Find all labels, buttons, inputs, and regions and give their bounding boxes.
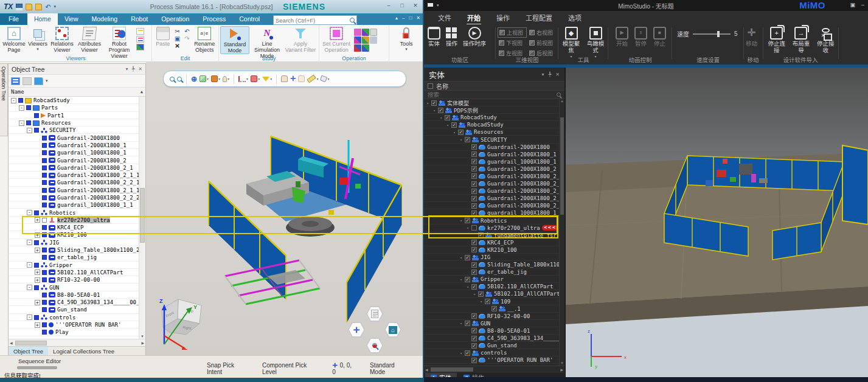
scrollbar-thumb[interactable]: [560, 117, 564, 215]
object-tree-row[interactable]: +5B102.110_AllCATPart: [9, 269, 139, 276]
node-label[interactable]: Parts: [41, 105, 58, 111]
node-label[interactable]: Part1: [47, 113, 64, 119]
component-pick-level[interactable]: Component Pick Level: [262, 362, 316, 375]
display-mode-icon[interactable]: ▾: [211, 75, 220, 82]
collapse-icon[interactable]: -: [27, 128, 32, 133]
visibility-checkbox[interactable]: [42, 158, 47, 163]
visibility-checkbox[interactable]: ✓: [491, 306, 497, 311]
panel-menu-icon[interactable]: ▾: [541, 72, 544, 77]
node-label[interactable]: '''OPERATOR RUN BAR': [487, 357, 553, 363]
node-label[interactable]: kr270r2700_ultra: [57, 217, 110, 223]
object-tree-row[interactable]: Guardrail-2000X1800_1: [9, 142, 139, 149]
quick-access-caret-icon[interactable]: ▾: [437, 3, 439, 8]
visibility-checkbox[interactable]: ✓: [478, 232, 484, 238]
tree-filter-icon[interactable]: [11, 77, 20, 85]
entity-tree-row[interactable]: ▾✓实体模型: [424, 99, 559, 106]
entity-tree-row[interactable]: ▾✓PDPS示例: [424, 106, 559, 114]
visibility-checkbox[interactable]: ✓: [471, 284, 477, 290]
entity-tree-row[interactable]: ✓Guardrail-2000X1800_2_1: [424, 173, 559, 180]
entity-tree-row[interactable]: ✓Guardrail-2000X1800_1: [424, 151, 559, 158]
entity-tree-row[interactable]: ✓Guardrail-2000X1800_2: [424, 165, 559, 173]
op-grid-6-icon[interactable]: [370, 36, 377, 44]
visibility-checkbox[interactable]: [42, 322, 47, 327]
scroll-left-icon[interactable]: ◀: [425, 367, 428, 372]
entity-tree-row[interactable]: ✓guardrail_1000X1800_1: [424, 158, 559, 165]
snap-pick-intent[interactable]: Snap Pick Intent: [207, 362, 246, 375]
panel-menu-icon[interactable]: ▾: [125, 66, 128, 72]
node-label[interactable]: SECURITY: [481, 137, 507, 143]
entity-tree-row[interactable]: ✓Guardrail-2000X1800_2_2_: [424, 202, 559, 209]
save-icon[interactable]: [428, 3, 433, 9]
joint-jog-icon[interactable]: [298, 75, 305, 82]
collapse-icon[interactable]: ▾: [465, 285, 470, 289]
entity-tree-row[interactable]: ✓Guardrail-2000X1800_2_2_: [424, 187, 559, 195]
3d-viewport[interactable]: ⊕ ▾ ▾ ▾ ▾ ▾ ▾ ✛ ▾ ▾ Top Front: [146, 62, 423, 355]
entity-tree-row[interactable]: ▾✓109: [424, 298, 559, 305]
center-view-icon[interactable]: ⊕: [191, 75, 197, 83]
object-tree-row[interactable]: -Parts: [9, 104, 139, 111]
node-label[interactable]: Gun_stand: [57, 307, 87, 313]
node-label[interactable]: Gun_stand: [487, 342, 517, 349]
right-view-button[interactable]: 右视图: [528, 27, 557, 38]
menu-tab[interactable]: 文件: [430, 10, 459, 25]
open-icon[interactable]: [26, 4, 32, 10]
node-label[interactable]: C4_59D_363983_134_____00_: [57, 299, 139, 305]
robot-program-viewer-button[interactable]: Robot Program Viewer: [103, 26, 135, 59]
tree-column-header[interactable]: Name ▲: [9, 88, 145, 97]
collapse-ribbon-icon[interactable]: ▴: [395, 15, 398, 21]
collapse-icon[interactable]: ▾: [445, 123, 450, 127]
visibility-checkbox[interactable]: ✓: [471, 151, 477, 157]
collapse-icon[interactable]: ▾: [452, 130, 457, 134]
notes-hex-button[interactable]: [366, 305, 384, 322]
doc-close-icon[interactable]: ✕: [416, 15, 420, 21]
menu-tab-modeling[interactable]: Modeling: [85, 13, 125, 25]
entity-tree-row[interactable]: ▾kr270r2700_ultra<<<: [424, 224, 559, 232]
pick-filter-icon[interactable]: ▾: [262, 77, 272, 82]
node-label[interactable]: guardrail_1000X1800_1_1: [487, 210, 563, 216]
expand-icon[interactable]: +: [35, 232, 40, 238]
menu-tab[interactable]: 开始: [459, 10, 488, 25]
node-label[interactable]: Gripper: [49, 262, 72, 268]
panel-tab-logical-collections-tree[interactable]: Logical Collections Tree: [48, 347, 119, 356]
node-label[interactable]: er_table_jig: [57, 254, 97, 260]
visibility-checkbox[interactable]: [42, 188, 47, 193]
entity-tree-row[interactable]: ✓C4_59D_363983_134_____00: [424, 335, 559, 342]
visibility-checkbox[interactable]: ✓: [465, 350, 470, 356]
node-label[interactable]: KR210_100: [57, 232, 87, 238]
op-grid-5-icon[interactable]: [362, 36, 369, 44]
node-label[interactable]: B8-80-5EA0-01: [487, 328, 530, 334]
expand-icon[interactable]: +: [35, 322, 40, 328]
visibility-checkbox[interactable]: ✓: [485, 299, 490, 304]
visibility-checkbox[interactable]: [42, 293, 47, 297]
close-panel-icon[interactable]: ✕: [138, 66, 142, 72]
visibility-checkbox[interactable]: ✓: [451, 122, 457, 128]
apply-variant-filter-button[interactable]: Apply Variant Filter: [285, 26, 316, 53]
object-tree-row[interactable]: guardrail_1000X1800_1_1: [9, 201, 139, 209]
node-label[interactable]: Guardrail-2000X1800_2_1: [487, 173, 563, 179]
visibility-checkbox[interactable]: ✓: [471, 181, 477, 187]
scroll-down-icon[interactable]: ▼: [560, 361, 564, 365]
collapse-icon[interactable]: ▾: [479, 299, 484, 304]
visibility-checkbox[interactable]: ✓: [471, 159, 477, 164]
collapse-icon[interactable]: -: [27, 210, 32, 215]
node-label[interactable]: Guardrail-2000X1800_2_2_1: [57, 179, 139, 186]
node-label[interactable]: Guardrail-2000X1800_2_2_: [487, 203, 564, 209]
bottom-view-button[interactable]: 下视图: [498, 38, 527, 48]
object-tree-row[interactable]: Part1: [9, 112, 139, 119]
node-label[interactable]: B8-80-5EA0-01: [57, 292, 100, 298]
scroll-down-icon[interactable]: ▼: [139, 335, 145, 338]
front-view-button[interactable]: 前视图: [528, 38, 557, 48]
3d-viewport[interactable]: z x y: [566, 68, 868, 377]
entity-tree-row[interactable]: ▾✓JIG: [424, 254, 559, 261]
object-tree-row[interactable]: -RobcadStudy: [9, 97, 139, 104]
stop-connection-button[interactable]: +停止连接: [767, 27, 786, 54]
visibility-checkbox[interactable]: [42, 218, 47, 223]
visibility-checkbox[interactable]: ✓: [471, 343, 477, 349]
visibility-checkbox[interactable]: [42, 203, 47, 207]
entity-tree-row[interactable]: ✓Guardrail-2000X1800: [424, 144, 559, 151]
visibility-checkbox[interactable]: [42, 277, 47, 282]
object-tree-row[interactable]: KRC4_ECP: [9, 224, 139, 231]
zoom-hex-button[interactable]: [366, 337, 384, 354]
viewers-button[interactable]: Viewers▾: [27, 26, 49, 52]
node-label[interactable]: KR210_100: [487, 247, 517, 253]
